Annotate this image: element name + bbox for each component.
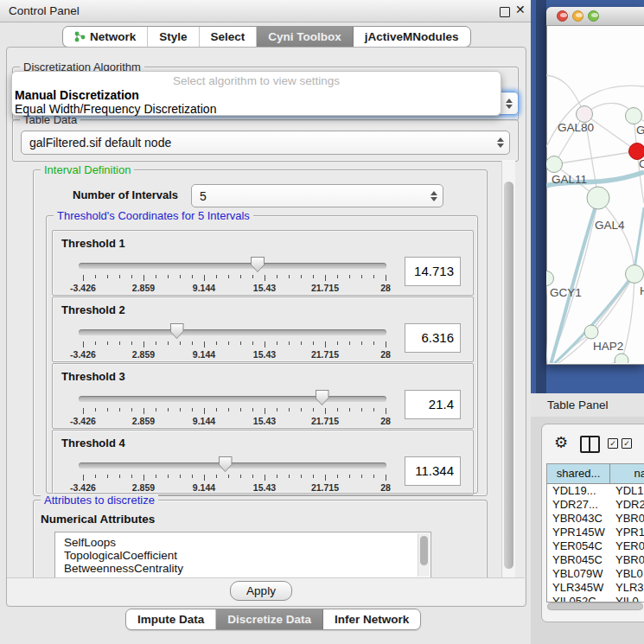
- threshold-panel-4: Threshold 4-3.4262.8599.14415.4321.71528…: [52, 430, 474, 495]
- checkbox-icon[interactable]: ✓: [608, 438, 618, 449]
- node-label: GAL4: [595, 219, 625, 232]
- tab-jactivemnodules[interactable]: jActiveMNodules: [354, 27, 470, 47]
- thresholds-group-title: Threshold's Coordinates for 5 Intervals: [54, 209, 253, 222]
- node-label: H: [640, 284, 644, 297]
- gear-icon[interactable]: ⚙: [554, 433, 568, 452]
- table-header-row: shared... na: [547, 464, 644, 484]
- table-data-combobox[interactable]: galFiltered.sif default node: [21, 131, 510, 155]
- attribute-list-item[interactable]: TopologicalCoefficient: [55, 549, 430, 562]
- combo-stepper-icon: [501, 99, 518, 109]
- threshold-2-value-field[interactable]: 6.316: [405, 323, 461, 353]
- split-columns-icon[interactable]: [580, 436, 600, 453]
- threshold-4-value-field[interactable]: 11.344: [405, 456, 461, 486]
- attributes-list-scrollbar[interactable]: [418, 533, 430, 577]
- checkbox-icon[interactable]: ✓: [622, 438, 632, 449]
- threshold-2-slider[interactable]: -3.4262.8599.14415.4321.71528: [79, 327, 390, 358]
- node-label: C: [639, 157, 644, 170]
- bottom-tab-bar: Impute DataDiscretize DataInfer Network: [125, 609, 421, 630]
- interval-definition-group: Interval Definition Number of Intervals …: [33, 169, 488, 496]
- control-panel-titlebar: Control Panel ✕: [0, 0, 531, 22]
- tab-infer-network[interactable]: Infer Network: [323, 609, 420, 629]
- number-of-intervals-combobox[interactable]: 5: [191, 184, 443, 207]
- apply-button[interactable]: Apply: [230, 581, 292, 601]
- table-row[interactable]: YBR043CYBR0: [547, 512, 644, 526]
- dropdown-option[interactable]: Manual Discretization: [12, 88, 501, 102]
- slider-thumb[interactable]: [251, 257, 265, 272]
- network-node-ga[interactable]: [626, 108, 642, 124]
- table-row[interactable]: YDL19...YDL1: [547, 484, 644, 498]
- threshold-label: Threshold 4: [61, 437, 125, 450]
- network-node[interactable]: [615, 354, 628, 363]
- threshold-label: Threshold 1: [61, 237, 125, 250]
- close-icon[interactable]: ✕: [515, 3, 526, 16]
- zoom-circle-icon[interactable]: [588, 10, 599, 22]
- top-tab-bar: NetworkStyleSelectCyni ToolboxjActiveMNo…: [62, 26, 471, 48]
- threshold-3-value-field[interactable]: 21.4: [405, 390, 461, 419]
- table-row[interactable]: YPR145WYPR1: [547, 526, 644, 539]
- threshold-3-slider[interactable]: -3.4262.8599.14415.4321.71528: [79, 393, 390, 424]
- table-row[interactable]: YBL079WYBL0: [547, 567, 644, 581]
- float-window-icon[interactable]: [500, 7, 510, 17]
- network-node-gal4[interactable]: [587, 187, 609, 209]
- network-node-gal80[interactable]: [577, 106, 593, 123]
- interval-definition-title: Interval Definition: [41, 163, 134, 176]
- slider-thumb[interactable]: [170, 323, 184, 339]
- network-canvas[interactable]: GAL80GACGAL11GAL4GCY1HHAP2: [546, 25, 644, 363]
- attributes-group: Attributes to discretize Numerical Attri…: [33, 500, 488, 577]
- number-of-intervals-label: Number of Intervals: [73, 188, 178, 201]
- network-node-gcy1[interactable]: [546, 271, 554, 286]
- numerical-attributes-label: Numerical Attributes: [41, 513, 155, 526]
- column-header-shared[interactable]: shared...: [547, 464, 610, 483]
- settings-scroll-viewport: Interval Definition Number of Intervals …: [12, 161, 517, 577]
- dropdown-placeholder: Select algorithm to view settings: [12, 73, 501, 88]
- tab-impute-data[interactable]: Impute Data: [126, 609, 216, 629]
- attribute-list-item[interactable]: SelfLoops: [55, 536, 430, 549]
- numerical-attributes-list[interactable]: SelfLoopsTopologicalCoefficientBetweenne…: [54, 532, 431, 577]
- threshold-1-slider[interactable]: -3.4262.8599.14415.4321.71528: [79, 260, 390, 291]
- node-label: GAL11: [552, 173, 587, 186]
- threshold-4-slider[interactable]: -3.4262.8599.14415.4321.71528: [79, 460, 390, 491]
- threshold-panel-1: Threshold 1-3.4262.8599.14415.4321.71528…: [52, 230, 474, 296]
- tab-discretize-data[interactable]: Discretize Data: [216, 609, 323, 629]
- table-row[interactable]: YBR045CYBR0: [547, 553, 644, 567]
- column-header-name[interactable]: na: [610, 464, 644, 483]
- tab-style[interactable]: Style: [148, 27, 199, 47]
- node-label: GCY1: [550, 286, 582, 299]
- network-node-h[interactable]: [626, 265, 644, 284]
- desktop-background-shade: [536, 0, 546, 393]
- close-circle-icon[interactable]: [557, 10, 568, 22]
- dropdown-option[interactable]: Equal Width/Frequency Discretization: [12, 102, 501, 116]
- tab-select[interactable]: Select: [200, 27, 258, 47]
- slider-thumb[interactable]: [316, 390, 329, 405]
- threshold-1-value-field[interactable]: 14.713: [405, 257, 461, 286]
- table-horizontal-scrollbar[interactable]: [547, 603, 643, 610]
- algorithm-dropdown-popup: Select algorithm to view settings Manual…: [11, 71, 501, 116]
- network-icon: [74, 31, 86, 42]
- table-row[interactable]: YER054CYER0: [547, 539, 644, 553]
- threshold-panel-2: Threshold 2-3.4262.8599.14415.4321.71528…: [52, 296, 474, 362]
- attribute-list-item[interactable]: BetweennessCentrality: [55, 562, 430, 575]
- thresholds-group: Threshold's Coordinates for 5 Intervals …: [46, 215, 478, 494]
- panel-title: Control Panel: [9, 4, 80, 17]
- combo-stepper-icon: [492, 137, 509, 148]
- tab-network[interactable]: Network: [63, 27, 148, 47]
- node-label: GAL80: [558, 121, 594, 134]
- table-row[interactable]: YDR27...YDR2: [547, 498, 644, 512]
- node-label: GA: [636, 124, 644, 137]
- threshold-panel-3: Threshold 3-3.4262.8599.14415.4321.71528…: [52, 363, 474, 429]
- settings-vertical-scrollbar[interactable]: [501, 161, 515, 577]
- threshold-label: Threshold 2: [61, 303, 125, 316]
- tab-cyni-toolbox[interactable]: Cyni Toolbox: [257, 27, 354, 47]
- node-table[interactable]: shared... na YDL19...YDL1YDR27...YDR2YBR…: [546, 463, 644, 603]
- screen: Control Panel ✕ NetworkStyleSelectCyni T…: [0, 0, 644, 644]
- table-row[interactable]: YIL052CYIL0: [547, 595, 644, 603]
- table-row[interactable]: YLR345WYLR3: [547, 581, 644, 595]
- node-label: HAP2: [593, 340, 623, 353]
- table-panel-title: Table Panel: [547, 399, 609, 411]
- threshold-label: Threshold 3: [61, 370, 125, 383]
- network-node-gal11[interactable]: [546, 156, 563, 173]
- minimize-circle-icon[interactable]: [572, 10, 583, 22]
- network-node-hap2[interactable]: [584, 325, 598, 339]
- slider-thumb[interactable]: [219, 456, 233, 472]
- attributes-group-title: Attributes to discretize: [41, 494, 158, 507]
